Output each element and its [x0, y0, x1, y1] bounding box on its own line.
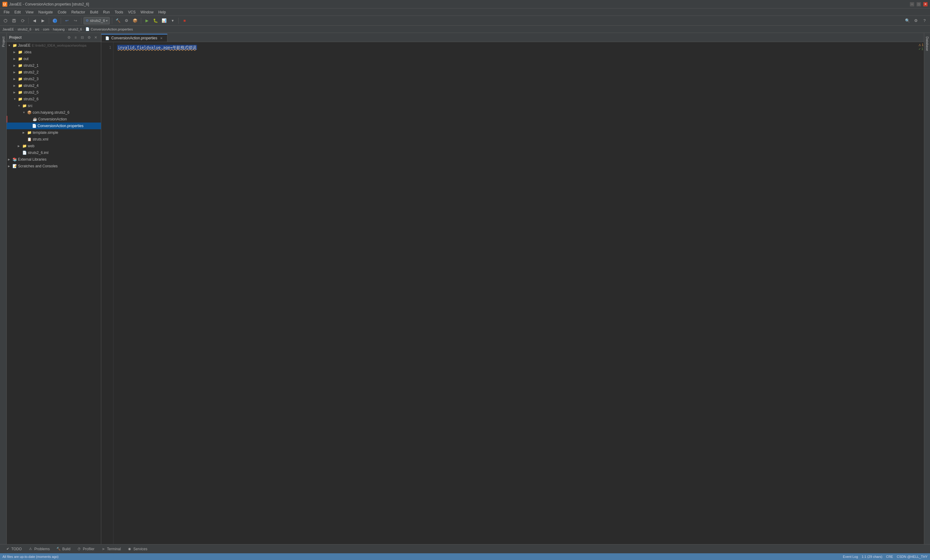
- toolbar-sep-5: [112, 18, 112, 24]
- tree-item-struts2-3[interactable]: ▶ 📁 struts2_3: [7, 75, 101, 82]
- bottom-tab-profiler[interactable]: ⏱ Profiler: [74, 545, 98, 553]
- module-icon-struts2-5: 📁: [18, 90, 23, 95]
- menu-vcs[interactable]: VCS: [126, 9, 138, 15]
- tree-label-conversion-action: ConversionAction: [38, 117, 67, 122]
- run-config-dropdown[interactable]: ⚙ struts2_6 ▾: [83, 17, 110, 25]
- toolbar-forward-button[interactable]: ▶: [39, 17, 47, 25]
- menu-file[interactable]: File: [1, 9, 12, 15]
- toolbar-search-button[interactable]: 🔍: [904, 17, 911, 25]
- tree-item-template[interactable]: ▶ 📁 template.simple: [7, 129, 101, 136]
- project-panel-title: Project: [9, 35, 64, 40]
- toolbar-debug-build-button[interactable]: ⚙: [123, 17, 130, 25]
- toolbar-update-button[interactable]: [2, 17, 9, 25]
- database-tab-strip[interactable]: Database: [925, 37, 929, 51]
- tree-item-struts2-2[interactable]: ▶ 📁 struts2_2: [7, 69, 101, 75]
- menu-code[interactable]: Code: [55, 9, 69, 15]
- tree-item-web[interactable]: ▶ 📁 web: [7, 143, 101, 149]
- event-log-label[interactable]: Event Log: [843, 555, 858, 558]
- toolbar-profile-run-button[interactable]: 📊: [160, 17, 168, 25]
- tree-label-idea: .idea: [23, 50, 31, 54]
- tree-item-struts2-4[interactable]: ▶ 📁 struts2_4: [7, 82, 101, 89]
- bottom-tab-services[interactable]: ◉ Services: [125, 545, 150, 553]
- toolbar-stop-button[interactable]: ■: [181, 17, 188, 25]
- bottom-tab-build[interactable]: 🔨 Build: [53, 545, 74, 553]
- tree-item-struts2-6[interactable]: ▼ 📁 struts2_6: [7, 96, 101, 102]
- toolbar-undo-button[interactable]: ↩: [63, 17, 71, 25]
- panel-sort-button[interactable]: ≡: [73, 35, 79, 40]
- tree-item-conversion-properties[interactable]: ▶ 📄 ConversionAction.properties: [7, 123, 101, 129]
- tree-label-iml: struts2_6.iml: [28, 151, 48, 155]
- arrow-struts2-6: ▼: [14, 98, 18, 101]
- tree-item-conversion-action[interactable]: ▶ ☕ ConversionAction: [7, 116, 101, 123]
- panel-settings-button[interactable]: ⚙: [66, 35, 72, 40]
- arrow-web: ▶: [18, 145, 22, 148]
- panel-close-button[interactable]: ✕: [93, 35, 99, 40]
- editor-area: 📄 ConversionAction.properties ✕ 1 invali…: [101, 33, 924, 544]
- toolbar-make-button[interactable]: 📦: [131, 17, 139, 25]
- bottom-tab-todo[interactable]: ✔ TODO: [2, 545, 25, 553]
- svg-marker-6: [24, 20, 25, 21]
- panel-gear-button[interactable]: ⚙: [86, 35, 92, 40]
- tree-label-template: template.simple: [32, 131, 58, 135]
- breadcrumb: JavaEE › struts2_6 › src › com › haiyang…: [0, 26, 930, 33]
- bottom-tab-terminal[interactable]: > Terminal: [98, 545, 124, 553]
- menu-tools[interactable]: Tools: [112, 9, 126, 15]
- tree-item-src[interactable]: ▼ 📁 src: [7, 102, 101, 109]
- tree-item-scratches[interactable]: ▶ 📝 Scratches and Consoles: [7, 163, 101, 169]
- bottom-tab-problems[interactable]: ⚠ Problems: [25, 545, 53, 553]
- toolbar-profile-button[interactable]: 👤: [51, 17, 59, 25]
- toolbar-redo-button[interactable]: ↪: [72, 17, 79, 25]
- menu-window[interactable]: Window: [138, 9, 156, 15]
- toolbar-debug-button[interactable]: 🐛: [152, 17, 159, 25]
- toolbar-sync-button[interactable]: [19, 17, 26, 25]
- tab-close-button[interactable]: ✕: [159, 36, 163, 40]
- tree-item-struts-xml[interactable]: ▶ 📋 struts.xml: [7, 136, 101, 143]
- tree-item-idea[interactable]: ▶ 📁 .idea: [7, 49, 101, 55]
- project-tab-strip[interactable]: Project: [2, 37, 5, 47]
- tab-conversion-properties[interactable]: 📄 ConversionAction.properties ✕: [101, 34, 168, 42]
- tree-item-out[interactable]: ▶ 📁 out: [7, 55, 101, 62]
- menu-build[interactable]: Build: [88, 9, 101, 15]
- toolbar-sep-6: [141, 18, 141, 24]
- close-button[interactable]: ✕: [923, 2, 928, 6]
- tree-item-iml[interactable]: ▶ 📄 struts2_6.iml: [7, 149, 101, 156]
- menu-run[interactable]: Run: [101, 9, 112, 15]
- toolbar-help-button[interactable]: ?: [921, 17, 928, 25]
- menu-view[interactable]: View: [23, 9, 36, 15]
- tree-item-struts2-1[interactable]: ▶ 📁 struts2_1: [7, 62, 101, 69]
- tree-label-struts2-2: struts2_2: [23, 70, 38, 74]
- toolbar-run-button[interactable]: ▶: [143, 17, 151, 25]
- maximize-button[interactable]: □: [916, 2, 921, 6]
- tree-item-javaee[interactable]: ▼ 📁 JavaEE E:\IntelliJ_IDEA_workspace\wo…: [7, 42, 101, 49]
- menu-edit[interactable]: Edit: [12, 9, 23, 15]
- panel-collapse-button[interactable]: ⊟: [80, 35, 85, 40]
- toolbar-settings-button[interactable]: ⚙: [912, 17, 920, 25]
- tree-item-package[interactable]: ▼ 📦 com.haiyang.struts2_6: [7, 109, 101, 116]
- toolbar-back-button[interactable]: ◀: [31, 17, 38, 25]
- minimize-button[interactable]: ─: [910, 2, 914, 6]
- title-bar-left: IJ JavaEE - ConversionAction.properties …: [2, 2, 89, 7]
- breadcrumb-haiyang[interactable]: haiyang: [53, 28, 65, 31]
- breadcrumb-struts2-6b[interactable]: struts2_6: [68, 28, 82, 31]
- breadcrumb-struts2-6[interactable]: struts2_6: [18, 28, 31, 31]
- breadcrumb-src[interactable]: src: [35, 28, 40, 31]
- encoding-label: CRE: [886, 555, 893, 558]
- tree-item-struts2-5[interactable]: ▶ 📁 struts2_5: [7, 89, 101, 96]
- svg-rect-4: [13, 19, 15, 20]
- breadcrumb-com[interactable]: com: [43, 28, 49, 31]
- arrow-package: ▼: [23, 111, 27, 114]
- code-editor[interactable]: invalid.fieldvalue.age=年龄格式错误: [114, 42, 918, 544]
- tree-label-web: web: [28, 144, 34, 148]
- bottom-tab-build-label: Build: [62, 547, 71, 551]
- menu-help[interactable]: Help: [156, 9, 168, 15]
- toolbar-save-button[interactable]: [10, 17, 18, 25]
- menu-navigate[interactable]: Navigate: [36, 9, 55, 15]
- toolbar-run-more-button[interactable]: ▾: [169, 17, 176, 25]
- bottom-tab-services-label: Services: [133, 547, 147, 551]
- menu-refactor[interactable]: Refactor: [69, 9, 88, 15]
- breadcrumb-file[interactable]: 📄 ConversionAction.properties: [85, 27, 132, 31]
- breadcrumb-javaee[interactable]: JavaEE: [2, 28, 14, 31]
- run-config-label: struts2_6: [90, 18, 105, 23]
- toolbar-build-button[interactable]: 🔨: [114, 17, 122, 25]
- tree-item-extlibs[interactable]: ▶ 📚 External Libraries: [7, 156, 101, 163]
